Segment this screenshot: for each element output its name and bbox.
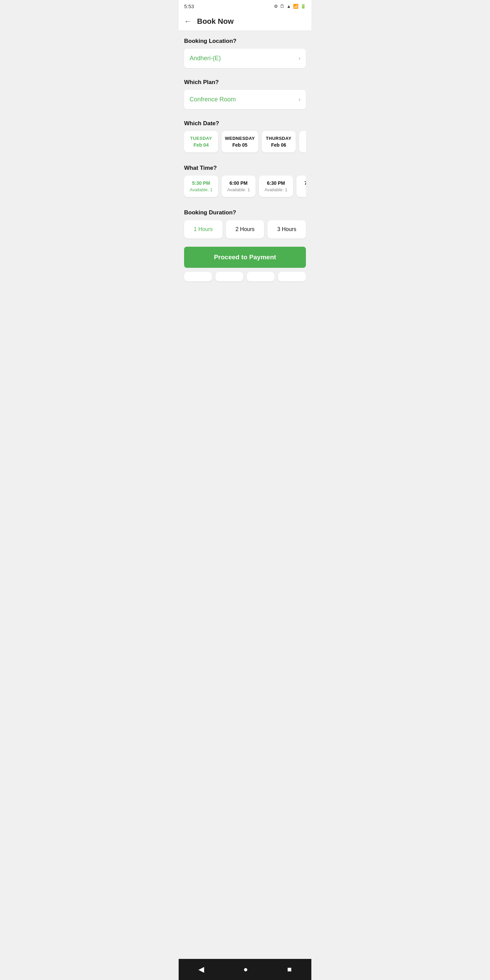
time-chips-container: 5:30 PM Available: 1 6:00 PM Available: … xyxy=(184,176,306,198)
date-chip-0[interactable]: TUESDAY Feb 04 xyxy=(184,131,218,153)
status-icons: ⚙ 🗒 ▲ 📶 🔋 xyxy=(274,4,306,9)
extra-chip-3[interactable] xyxy=(247,272,275,282)
time-section: What Time? 5:30 PM Available: 1 6:00 PM … xyxy=(179,158,311,202)
time-val-3: 7:00 PM xyxy=(300,180,306,186)
avail-val-3: Avai... xyxy=(300,187,306,192)
time-chip-1[interactable]: 6:00 PM Available: 1 xyxy=(221,176,256,197)
date-chip-2[interactable]: THURSDAY Feb 06 xyxy=(262,131,296,153)
duration-chips-container: 1 Hours2 Hours3 Hours xyxy=(184,220,306,239)
time-val-0: 5:30 PM xyxy=(188,180,215,186)
day-name-0: TUESDAY xyxy=(188,136,215,141)
time-val-1: 6:00 PM xyxy=(225,180,252,186)
time-chip-2[interactable]: 6:30 PM Available: 1 xyxy=(259,176,293,197)
day-num-2: Feb 06 xyxy=(265,142,292,148)
date-chips-container: TUESDAY Feb 04 WEDNESDAY Feb 05 THURSDAY… xyxy=(184,131,306,154)
nav-recent-button[interactable]: ■ xyxy=(280,964,298,975)
location-section: Booking Location? Andheri-(E) › xyxy=(179,31,311,72)
signal-icon: 📶 xyxy=(293,4,298,9)
more-chips-row xyxy=(179,272,311,287)
date-chip-1[interactable]: WEDNESDAY Feb 05 xyxy=(221,131,258,153)
battery-icon: 🔋 xyxy=(301,4,306,9)
proceed-payment-button[interactable]: Proceed to Payment xyxy=(184,247,306,268)
settings-icon: ⚙ xyxy=(274,4,278,9)
time-val-2: 6:30 PM xyxy=(262,180,290,186)
header: ← Book Now xyxy=(179,12,311,31)
page-title: Book Now xyxy=(197,17,234,26)
day-num-0: Feb 04 xyxy=(188,142,215,148)
day-name-3: FRIDAY xyxy=(302,136,306,141)
chevron-right-icon: › xyxy=(298,55,301,62)
day-num-1: Feb 05 xyxy=(225,142,255,148)
extra-chip-2[interactable] xyxy=(215,272,243,282)
time-chip-0[interactable]: 5:30 PM Available: 1 xyxy=(184,176,218,197)
plan-selector[interactable]: Confrence Room › xyxy=(184,90,306,109)
duration-chip-1[interactable]: 2 Hours xyxy=(226,220,264,239)
duration-chip-0[interactable]: 1 Hours xyxy=(184,220,223,239)
location-label: Booking Location? xyxy=(184,38,306,45)
back-button[interactable]: ← xyxy=(184,17,192,26)
sim-icon: 🗒 xyxy=(280,4,285,9)
date-label: Which Date? xyxy=(184,120,306,127)
status-time: 5:53 xyxy=(184,3,194,9)
day-name-2: THURSDAY xyxy=(265,136,292,141)
status-bar: 5:53 ⚙ 🗒 ▲ 📶 🔋 xyxy=(179,0,311,12)
date-section: Which Date? TUESDAY Feb 04 WEDNESDAY Feb… xyxy=(179,113,311,158)
duration-chip-2[interactable]: 3 Hours xyxy=(267,220,306,239)
location-value: Andheri-(E) xyxy=(189,55,221,62)
time-chip-3[interactable]: 7:00 PM Avai... xyxy=(296,176,306,197)
nav-home-button[interactable]: ● xyxy=(237,964,255,975)
avail-val-2: Available: 1 xyxy=(262,187,290,192)
main-content: Booking Location? Andheri-(E) › Which Pl… xyxy=(179,31,311,287)
plan-section: Which Plan? Confrence Room › xyxy=(179,72,311,113)
extra-chip-4[interactable] xyxy=(278,272,306,282)
plan-label: Which Plan? xyxy=(184,79,306,86)
location-selector[interactable]: Andheri-(E) › xyxy=(184,49,306,68)
navigation-bar: ◀ ● ■ xyxy=(179,959,311,980)
wifi-icon: ▲ xyxy=(286,4,291,9)
duration-section: Booking Duration? 1 Hours2 Hours3 Hours xyxy=(179,202,311,243)
date-chip-3[interactable]: FRIDAY Feb 07 xyxy=(299,131,306,153)
plan-value: Confrence Room xyxy=(189,96,236,103)
day-num-3: Feb 07 xyxy=(302,142,306,148)
nav-back-button[interactable]: ◀ xyxy=(192,964,211,975)
avail-val-1: Available: 1 xyxy=(225,187,252,192)
extra-chip-1[interactable] xyxy=(184,272,212,282)
chevron-right-plan-icon: › xyxy=(298,96,301,103)
day-name-1: WEDNESDAY xyxy=(225,136,255,141)
duration-label: Booking Duration? xyxy=(184,209,306,216)
avail-val-0: Available: 1 xyxy=(188,187,215,192)
time-label: What Time? xyxy=(184,165,306,172)
